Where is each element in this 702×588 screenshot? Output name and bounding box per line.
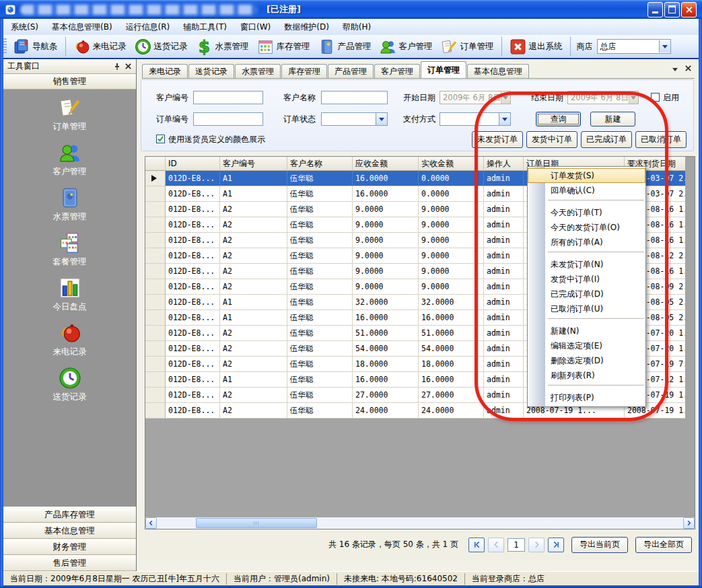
- menu-bar-item[interactable]: 系统(S): [4, 20, 45, 34]
- sidebar-item[interactable]: 套餐管理: [53, 231, 87, 268]
- context-menu-item[interactable]: [528, 252, 645, 257]
- document-tab[interactable]: 送货记录: [188, 64, 234, 78]
- toolbar-button[interactable]: 送货记录: [131, 36, 192, 57]
- sidebar-item[interactable]: 来电记录: [53, 322, 87, 358]
- export-current-page-button[interactable]: 导出当前页: [571, 537, 628, 553]
- row-selector[interactable]: [145, 233, 166, 248]
- row-selector[interactable]: [145, 202, 166, 217]
- row-selector[interactable]: [145, 295, 166, 310]
- document-tab[interactable]: 基本信息管理: [467, 64, 529, 78]
- color-display-checkbox[interactable]: [156, 135, 165, 143]
- pay-method-dropdown[interactable]: [440, 112, 511, 126]
- toolbar-button[interactable]: 库存管理: [253, 36, 314, 57]
- query-button[interactable]: 查询: [536, 112, 581, 126]
- document-tab[interactable]: 产品管理: [328, 64, 374, 78]
- dropdown-arrow-icon[interactable]: [376, 113, 387, 125]
- column-header[interactable]: 客户编号: [220, 157, 287, 171]
- toolbar-button[interactable]: 导航条: [9, 36, 66, 57]
- scroll-left-icon[interactable]: [145, 517, 157, 529]
- customer-name-input[interactable]: [321, 91, 388, 104]
- context-menu-item[interactable]: [528, 385, 645, 390]
- pin-icon[interactable]: [112, 61, 122, 72]
- scroll-right-icon[interactable]: [683, 517, 695, 529]
- context-menu-item[interactable]: 已取消订单(U): [528, 301, 645, 316]
- row-selector[interactable]: [145, 279, 166, 295]
- menu-bar-item[interactable]: 窗口(W): [234, 20, 277, 34]
- customer-no-input[interactable]: [193, 91, 263, 104]
- previous-page-button[interactable]: [488, 538, 504, 552]
- close-button[interactable]: [681, 2, 697, 17]
- scrollbar-thumb[interactable]: [196, 518, 317, 528]
- menu-bar-item[interactable]: 帮助(H): [336, 20, 378, 34]
- menu-bar-item[interactable]: 数据维护(D): [277, 20, 336, 34]
- shop-dropdown[interactable]: 总店: [597, 39, 671, 54]
- sidebar-item[interactable]: 水票管理: [53, 186, 87, 223]
- row-selector[interactable]: [145, 310, 166, 326]
- document-tab[interactable]: 来电记录: [142, 64, 188, 78]
- row-selector[interactable]: [145, 326, 166, 341]
- row-selector[interactable]: [145, 388, 166, 403]
- last-page-button[interactable]: [548, 538, 564, 552]
- row-selector[interactable]: [145, 341, 166, 357]
- column-header[interactable]: 操作人: [484, 157, 524, 171]
- sidebar-item[interactable]: 订单管理: [53, 96, 87, 133]
- sidebar-item[interactable]: 客户管理: [53, 141, 87, 178]
- context-menu-item[interactable]: [528, 200, 645, 205]
- row-selector[interactable]: [145, 171, 166, 186]
- next-page-button[interactable]: [528, 538, 545, 552]
- first-page-button[interactable]: [468, 538, 485, 552]
- order-status-dropdown[interactable]: [321, 112, 388, 126]
- tab-list-chevron-icon[interactable]: [672, 68, 678, 71]
- column-header[interactable]: 客户名称: [287, 157, 353, 171]
- toolbar-button[interactable]: 产品管理: [314, 36, 376, 57]
- row-selector[interactable]: [145, 217, 166, 233]
- document-tab[interactable]: 订单管理: [421, 61, 466, 78]
- sidebar-section-button[interactable]: 产品库存管理: [3, 507, 136, 523]
- row-selector[interactable]: [145, 264, 166, 279]
- document-tab[interactable]: 客户管理: [374, 64, 420, 78]
- document-tab[interactable]: 水票管理: [235, 64, 281, 78]
- context-menu-item[interactable]: [528, 318, 645, 324]
- context-menu-item[interactable]: 所有的订单(A): [528, 235, 645, 250]
- end-date-picker[interactable]: 2009年 6月 8日: [567, 91, 639, 104]
- menu-bar-item[interactable]: 运行信息(R): [119, 20, 177, 34]
- sidebar-section-button[interactable]: 基本信息管理: [3, 523, 136, 539]
- context-menu-item[interactable]: 打印列表(P): [528, 390, 645, 405]
- order-status-filter-button[interactable]: 已完成订单: [581, 131, 632, 148]
- column-header[interactable]: 应收金额: [353, 157, 419, 171]
- row-selector[interactable]: [145, 403, 166, 418]
- context-menu-item[interactable]: 今天的订单(T): [528, 205, 645, 220]
- order-status-filter-button[interactable]: 已取消订单: [635, 131, 687, 148]
- order-no-input[interactable]: [193, 112, 263, 126]
- sidebar-section-button[interactable]: 财务管理: [3, 539, 136, 555]
- context-menu-item[interactable]: 删除选定项(D): [528, 353, 645, 368]
- minimize-button[interactable]: [647, 2, 663, 17]
- new-button[interactable]: 新建: [590, 112, 635, 126]
- sidebar-section-sales[interactable]: 销售管理: [3, 74, 136, 89]
- menu-bar-item[interactable]: 辅助工具(T): [176, 20, 234, 34]
- context-menu-item[interactable]: 订单发货(S): [528, 168, 645, 183]
- close-tool-window-icon[interactable]: [122, 61, 133, 72]
- column-header[interactable]: ID: [166, 157, 220, 171]
- sidebar-section-button[interactable]: 售后管理: [3, 555, 136, 571]
- start-date-picker[interactable]: 2009年 6月 8日: [440, 91, 511, 104]
- maximize-button[interactable]: [664, 2, 680, 17]
- row-selector[interactable]: [145, 248, 166, 264]
- sidebar-item[interactable]: 送货记录: [53, 367, 87, 403]
- column-header[interactable]: 实收金额: [419, 157, 484, 171]
- close-tab-icon[interactable]: [685, 65, 692, 74]
- toolbar-button[interactable]: $ 水票管理: [192, 36, 253, 57]
- context-menu-item[interactable]: 已完成订单(D): [528, 287, 645, 301]
- context-menu-item[interactable]: 编辑选定项(E): [528, 338, 645, 353]
- sidebar-item[interactable]: 今日盘点: [53, 277, 87, 313]
- document-tab[interactable]: 库存管理: [281, 64, 327, 78]
- export-all-pages-button[interactable]: 导出全部页: [635, 537, 692, 553]
- horizontal-scrollbar[interactable]: [145, 517, 695, 529]
- scrollbar-track[interactable]: [157, 517, 683, 529]
- context-menu-item[interactable]: 新建(N): [528, 324, 645, 338]
- enable-dates-checkbox[interactable]: [651, 93, 660, 102]
- dropdown-arrow-icon[interactable]: [659, 40, 670, 52]
- row-selector[interactable]: [145, 186, 166, 202]
- order-status-filter-button[interactable]: 发货中订单: [526, 131, 577, 148]
- context-menu-item[interactable]: 今天的发货订单(O): [528, 220, 645, 235]
